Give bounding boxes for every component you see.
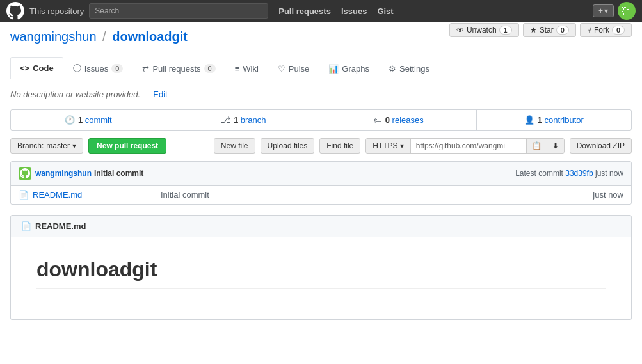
gist-nav[interactable]: Gist <box>377 6 393 16</box>
fork-icon: ⑂ <box>587 26 591 35</box>
readme-body: downloadgit <box>10 237 632 320</box>
repo-title: wangmingshun / downloadgit <box>10 29 188 44</box>
copy-url-button[interactable]: 📋 <box>526 139 547 153</box>
repo-actions: 👁 Unwatch 1 ★ Star 0 ⑂ Fork 0 <box>449 23 632 37</box>
download-zip-button[interactable]: Download ZIP <box>570 138 632 154</box>
pr-icon: ⇄ <box>142 64 149 74</box>
issues-nav[interactable]: Issues <box>341 6 367 16</box>
tab-pulse[interactable]: ♡ Pulse <box>268 57 319 79</box>
repo-tabs: <> Code ⓘ Issues 0 ⇄ Pull requests 0 ≡ W… <box>10 57 632 79</box>
unwatch-count: 1 <box>499 26 512 35</box>
top-nav: This repository Pull requests Issues Gis… <box>0 0 642 22</box>
latest-commit-row: wangmingshun Initial commit Latest commi… <box>11 162 631 186</box>
branch-name: master <box>46 141 70 150</box>
file-name-link[interactable]: README.md <box>33 190 161 200</box>
tab-pulse-label: Pulse <box>289 64 310 74</box>
releases-stat: 🏷 0 releases <box>321 110 477 130</box>
star-label: Star <box>540 26 554 35</box>
add-button[interactable]: + ▾ <box>593 4 614 17</box>
github-logo-icon[interactable] <box>6 2 24 20</box>
open-in-desktop-button[interactable]: ⬇ <box>547 139 564 153</box>
pulse-icon: ♡ <box>278 64 285 74</box>
branch-label: Branch: <box>17 141 44 150</box>
readme-icon: 📄 <box>21 221 31 231</box>
releases-link[interactable]: 0 releases <box>385 115 424 125</box>
contributors-icon: 👤 <box>524 115 534 125</box>
commit-author-avatar <box>19 167 31 180</box>
releases-label: releases <box>392 115 424 125</box>
latest-commit-label: Latest commit <box>515 169 563 178</box>
top-nav-right: + ▾ <box>593 2 636 20</box>
commit-author-link[interactable]: wangmingshun <box>35 169 92 178</box>
description-text: No description or website provided. <box>10 90 140 99</box>
fork-label: Fork <box>594 26 609 35</box>
new-pull-request-button[interactable]: New pull request <box>88 138 166 154</box>
commit-time: just now <box>595 169 623 178</box>
settings-gear-icon[interactable] <box>618 2 636 20</box>
commits-count: 1 <box>78 115 83 125</box>
star-count: 0 <box>556 26 569 35</box>
contributors-link[interactable]: 1 contributor <box>538 115 584 125</box>
unwatch-button[interactable]: 👁 Unwatch 1 <box>449 23 519 37</box>
stats-bar: 🕐 1 commit ⎇ 1 branch 🏷 0 releases 👤 1 <box>10 109 632 131</box>
repo-name-link[interactable]: downloadgit <box>112 29 188 44</box>
code-icon: <> <box>20 63 29 73</box>
tab-wiki-label: Wiki <box>243 64 259 74</box>
tab-wiki[interactable]: ≡ Wiki <box>225 57 268 79</box>
title-separator: / <box>102 29 109 44</box>
contributors-stat: 👤 1 contributor <box>477 110 632 130</box>
file-time: just now <box>593 190 623 200</box>
tab-settings[interactable]: ⚙ Settings <box>379 57 439 79</box>
new-file-button[interactable]: New file <box>214 138 255 154</box>
upload-files-button[interactable]: Upload files <box>261 138 315 154</box>
find-file-button[interactable]: Find file <box>319 138 360 154</box>
clone-type-selector[interactable]: HTTPS ▾ <box>366 139 410 153</box>
file-commit-message: Initial commit <box>161 190 593 200</box>
repo-owner-link[interactable]: wangmingshun <box>10 29 97 44</box>
contributors-label: contributor <box>544 115 583 125</box>
table-row: 📄 README.md Initial commit just now <box>11 186 631 204</box>
repo-header: wangmingshun / downloadgit 👁 Unwatch 1 ★… <box>0 22 642 79</box>
tab-code[interactable]: <> Code <box>10 57 63 79</box>
pr-badge: 0 <box>204 64 216 73</box>
branches-link[interactable]: 1 branch <box>234 115 266 125</box>
contributors-count: 1 <box>538 115 542 125</box>
file-icon: 📄 <box>19 190 29 200</box>
clone-url-input[interactable] <box>411 139 526 153</box>
commit-sha-link[interactable]: 33d39fb <box>565 169 593 178</box>
repo-description: No description or website provided. — Ed… <box>10 90 632 99</box>
branches-stat: ⎇ 1 branch <box>166 110 322 130</box>
graphs-icon: 📊 <box>328 64 339 74</box>
nav-links: Pull requests Issues Gist <box>278 6 593 16</box>
wiki-icon: ≡ <box>235 64 240 74</box>
this-repo-label[interactable]: This repository <box>29 6 84 16</box>
fork-count: 0 <box>612 26 625 35</box>
tab-code-label: Code <box>33 63 54 73</box>
edit-description-link[interactable]: — Edit <box>143 90 168 99</box>
clone-group: HTTPS ▾ 📋 ⬇ <box>365 138 564 154</box>
tag-icon: 🏷 <box>374 115 382 125</box>
fork-button[interactable]: ⑂ Fork 0 <box>580 23 632 37</box>
tab-issues[interactable]: ⓘ Issues 0 <box>63 57 133 79</box>
pull-requests-nav[interactable]: Pull requests <box>278 6 331 16</box>
star-button[interactable]: ★ Star 0 <box>523 23 576 37</box>
clone-chevron-icon: ▾ <box>400 141 404 150</box>
branch-selector[interactable]: Branch: master ▾ <box>10 138 83 154</box>
search-input[interactable] <box>89 3 268 19</box>
file-toolbar: Branch: master ▾ New pull request New fi… <box>10 138 632 154</box>
tab-graphs-label: Graphs <box>342 64 369 74</box>
commits-link[interactable]: 1 commit <box>78 115 112 125</box>
releases-count: 0 <box>385 115 390 125</box>
commit-meta: Latest commit 33d39fb just now <box>515 169 623 178</box>
issues-badge: 0 <box>111 64 123 73</box>
tab-pull-requests[interactable]: ⇄ Pull requests 0 <box>132 57 225 79</box>
eye-icon: 👁 <box>456 26 464 35</box>
tab-graphs[interactable]: 📊 Graphs <box>319 57 379 79</box>
chevron-down-icon: ▾ <box>72 141 76 150</box>
star-icon: ★ <box>530 26 537 35</box>
commits-stat: 🕐 1 commit <box>11 110 166 130</box>
settings-icon: ⚙ <box>389 64 396 74</box>
main-content: No description or website provided. — Ed… <box>0 79 642 330</box>
clone-type-label: HTTPS <box>373 141 397 150</box>
tab-settings-label: Settings <box>399 64 429 74</box>
